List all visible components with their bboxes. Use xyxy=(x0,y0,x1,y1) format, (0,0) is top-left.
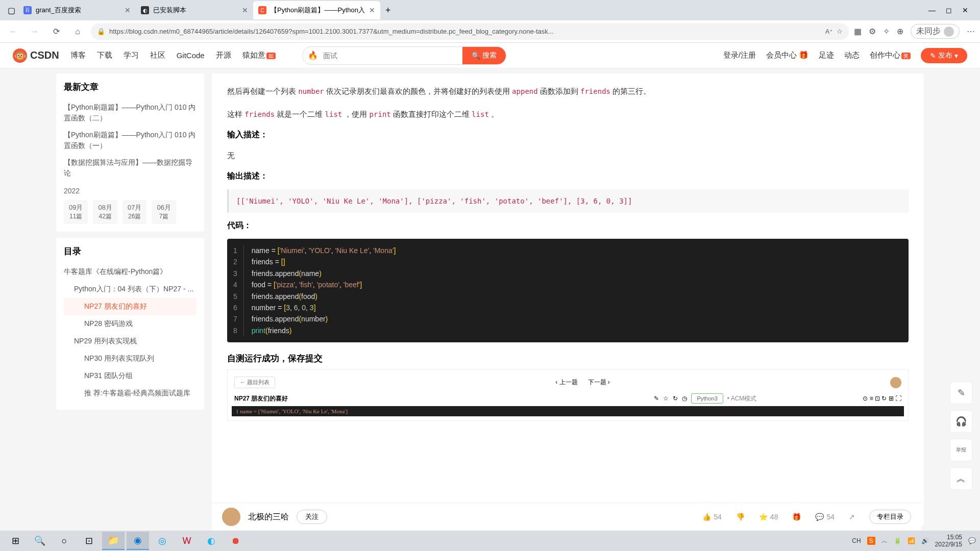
nav-creator[interactable]: 创作中心奖 xyxy=(870,51,911,60)
nav-vip[interactable]: 会员中心 🎁 xyxy=(766,51,808,60)
star-icon[interactable]: ☆ xyxy=(837,28,843,35)
float-edit[interactable]: ✎ xyxy=(950,382,972,404)
tab-list-button[interactable]: ▢ xyxy=(4,3,18,17)
cortana-button[interactable]: ○ xyxy=(53,532,76,550)
nav-community[interactable]: 社区 xyxy=(150,51,165,60)
nav-opensource[interactable]: 开源 xyxy=(216,51,231,60)
nav-gitcode[interactable]: GitCode xyxy=(177,51,205,60)
like-button[interactable]: 👍54 xyxy=(702,513,722,521)
month-box[interactable]: 06月7篇 xyxy=(152,200,176,224)
menu-icon[interactable]: ⋯ xyxy=(967,27,975,36)
toc-item[interactable]: NP29 用列表实现栈 xyxy=(64,333,197,350)
toc-item-active[interactable]: NP27 朋友们的喜好 xyxy=(64,298,197,315)
network-icon[interactable]: 📶 xyxy=(908,537,915,544)
share-button[interactable]: ↗ xyxy=(849,513,855,521)
new-tab-button[interactable]: + xyxy=(380,5,396,16)
tray-chevron[interactable]: ︿ xyxy=(881,537,888,545)
latest-link[interactable]: 【Python刷题篇】——Python入门 010 内置函数（一） xyxy=(64,127,197,154)
author-name[interactable]: 北极的三哈 xyxy=(248,512,289,522)
wps-button[interactable]: W xyxy=(176,532,198,550)
toc-item[interactable]: Python入门：04 列表（下）NP27 - ... xyxy=(64,281,197,298)
nav-login[interactable]: 登录/注册 xyxy=(723,51,756,60)
toc-item[interactable]: 推 荐:牛客题霸-经典高频面试题库 xyxy=(64,385,197,402)
collections-icon[interactable]: ⊕ xyxy=(897,27,903,36)
toolbar-icons[interactable]: ⊙ ≡ ⊡ ↻ ⊞ ⛶ xyxy=(863,395,901,402)
paragraph: 这样 friends 就是一个二维 list ，使用 print 函数直接打印这… xyxy=(227,107,909,122)
star-icon[interactable]: ☆ xyxy=(663,395,669,402)
toc-item[interactable]: NP30 用列表实现队列 xyxy=(64,350,197,367)
comment-button[interactable]: 💬54 xyxy=(815,513,835,521)
volume-icon[interactable]: 🔊 xyxy=(921,537,929,544)
author-avatar[interactable] xyxy=(222,508,240,526)
latest-link[interactable]: 【Python刷题篇】——Python入门 010 内置函数（二） xyxy=(64,99,197,127)
nav-history[interactable]: 足迹 xyxy=(819,51,834,60)
tab-baidu[interactable]: 百 grant_百度搜索 ✕ xyxy=(18,1,136,19)
browser2-button[interactable]: ◎ xyxy=(151,532,174,550)
nav-activity[interactable]: 动态 xyxy=(844,51,860,60)
search-button[interactable]: 🔍 搜索 xyxy=(462,47,506,64)
csdn-logo[interactable]: 🐵 CSDN xyxy=(13,48,59,63)
reward-button[interactable]: 🎁 xyxy=(792,513,801,521)
float-support[interactable]: 🎧 xyxy=(950,410,972,433)
favorite-button[interactable]: ⭐48 xyxy=(759,513,778,521)
taskview-button[interactable]: ⊡ xyxy=(78,532,100,550)
nav-yuanruyi[interactable]: 猿如意如 xyxy=(242,51,276,60)
search-input[interactable] xyxy=(323,52,462,60)
home-button[interactable]: ⌂ xyxy=(69,23,86,40)
lang-select[interactable]: Python3 xyxy=(691,393,723,404)
follow-button[interactable]: 关注 xyxy=(297,510,327,524)
prev-btn[interactable]: ‹ 上一题 xyxy=(555,378,577,387)
tab-scripts[interactable]: ◐ 已安装脚本 ✕ xyxy=(136,1,253,19)
column-button[interactable]: 专栏目录 xyxy=(869,510,911,524)
clock-icon[interactable]: ◷ xyxy=(682,395,687,402)
forward-button[interactable]: → xyxy=(27,23,43,40)
close-window-button[interactable]: ✕ xyxy=(962,6,968,14)
dislike-button[interactable]: 👎 xyxy=(736,513,745,521)
battery-icon[interactable]: 🔋 xyxy=(894,537,901,544)
notification-icon[interactable]: 💬 xyxy=(968,537,976,544)
float-report[interactable]: 举报 xyxy=(950,439,972,461)
profile-button[interactable]: 未同步 xyxy=(911,24,960,39)
close-icon[interactable]: ✕ xyxy=(125,6,131,14)
inline-code: friends xyxy=(244,110,275,118)
extension-icon[interactable]: ▦ xyxy=(854,27,862,36)
latest-link[interactable]: 【数据挖掘算法与应用】——数据挖掘导论 xyxy=(64,154,197,182)
publish-button[interactable]: ✎ 发布 ▾ xyxy=(921,48,967,63)
clock[interactable]: 15:05 2022/9/15 xyxy=(935,534,962,548)
record-button[interactable]: ⏺ xyxy=(225,532,247,550)
sogou-icon[interactable]: S xyxy=(867,537,875,545)
toc-item[interactable]: NP31 团队分组 xyxy=(64,367,197,385)
favorites-icon[interactable]: ✧ xyxy=(883,27,890,36)
float-top[interactable]: ︽ xyxy=(950,467,972,490)
puzzle-icon[interactable]: ⚙ xyxy=(869,27,876,36)
edit-icon[interactable]: ✎ xyxy=(654,395,659,402)
code-lines[interactable]: name = ['Niumei', 'YOLO', 'Niu Ke Le', '… xyxy=(244,245,404,336)
edge-button[interactable]: ◉ xyxy=(127,532,149,550)
tab-csdn[interactable]: C 【Python刷题篇】——Python入 ✕ xyxy=(253,1,380,19)
qq-button[interactable]: ◐ xyxy=(200,532,223,550)
nav-download[interactable]: 下载 xyxy=(97,51,112,60)
reload-button[interactable]: ⟳ xyxy=(48,23,64,40)
month-box[interactable]: 08月42篇 xyxy=(93,200,117,224)
maximize-button[interactable]: ◻ xyxy=(946,6,952,14)
url-input[interactable]: 🔒 https://blog.csdn.net/m0_68744965/arti… xyxy=(91,23,849,40)
back-to-list-btn[interactable]: ← 题目列表 xyxy=(234,377,275,388)
search-button[interactable]: 🔍 xyxy=(29,532,51,550)
month-box[interactable]: 07月26篇 xyxy=(122,200,146,224)
toc-item[interactable]: 牛客题库《在线编程-Python篇》 xyxy=(64,263,197,281)
minimize-button[interactable]: — xyxy=(928,6,936,14)
toc-item[interactable]: NP28 密码游戏 xyxy=(64,315,197,333)
refresh-icon[interactable]: ↻ xyxy=(673,395,678,402)
start-button[interactable]: ⊞ xyxy=(4,532,27,550)
nav-blog[interactable]: 博客 xyxy=(70,51,86,60)
nav-learn[interactable]: 学习 xyxy=(124,51,139,60)
reader-icon[interactable]: A⁺ xyxy=(825,28,832,35)
line-numbers: 12345678 xyxy=(227,245,244,336)
back-button[interactable]: ← xyxy=(5,23,21,40)
close-icon[interactable]: ✕ xyxy=(242,6,248,14)
next-btn[interactable]: 下一题 › xyxy=(588,378,610,387)
month-box[interactable]: 09月11篇 xyxy=(64,200,88,224)
explorer-button[interactable]: 📁 xyxy=(102,532,125,550)
close-icon[interactable]: ✕ xyxy=(369,6,375,14)
ime-indicator[interactable]: CH xyxy=(852,537,861,544)
